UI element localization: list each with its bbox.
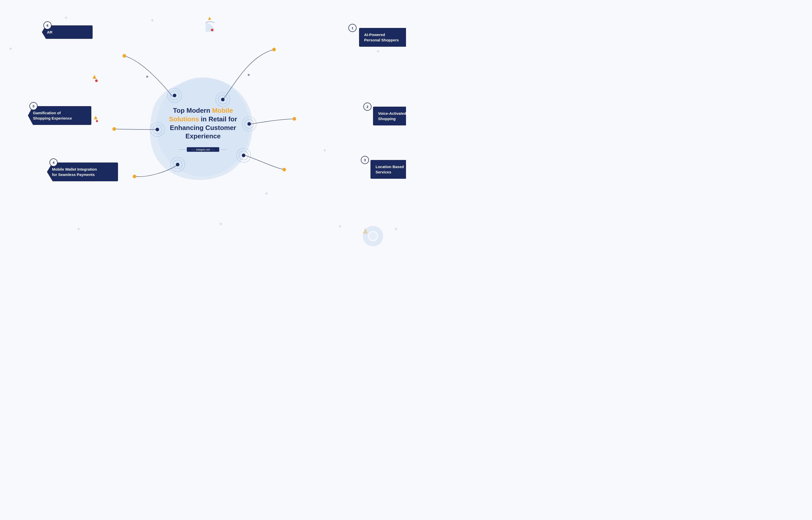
svg-point-40 — [218, 95, 227, 104]
svg-point-38 — [173, 94, 176, 97]
svg-point-48 — [170, 157, 185, 172]
node-label-5: Gamification ofShopping Experience — [33, 111, 72, 120]
node-card-3: Location BasedServices — [370, 160, 406, 179]
svg-point-37 — [170, 91, 179, 100]
node-label-2: Voice-ActivatedShopping — [378, 111, 406, 121]
svg-point-32 — [369, 232, 377, 240]
node-label-6: AR — [47, 30, 53, 34]
badge-5: 5 — [29, 102, 37, 110]
svg-point-57 — [282, 168, 286, 172]
node-card-5: Gamification ofShopping Experience — [28, 106, 91, 125]
svg-point-47 — [242, 154, 245, 157]
svg-marker-26 — [93, 75, 96, 79]
badge-4: 4 — [50, 158, 58, 166]
center-text: Top Modern MobileSolutions in Retail for… — [160, 106, 246, 152]
svg-point-54 — [122, 54, 126, 58]
title-orange-1: MobileSolutions — [169, 107, 233, 123]
badge-3: 3 — [361, 156, 369, 164]
main-title: Top Modern MobileSolutions in Retail for… — [160, 106, 246, 141]
badge-6: 6 — [44, 21, 52, 29]
svg-point-56 — [292, 117, 296, 121]
badge-2: 2 — [363, 103, 371, 111]
svg-point-61 — [248, 74, 250, 76]
node-card-2: Voice-ActivatedShopping — [373, 107, 406, 125]
svg-marker-30 — [363, 229, 368, 234]
node-card-1: AI-PoweredPersonal Shoppers — [359, 28, 406, 47]
svg-point-59 — [112, 127, 116, 131]
svg-point-58 — [133, 175, 136, 178]
brand-badge: integrio.net — [187, 147, 219, 152]
svg-point-49 — [173, 160, 182, 169]
svg-marker-27 — [94, 116, 97, 119]
svg-point-44 — [247, 122, 251, 126]
svg-point-39 — [216, 93, 230, 107]
node-label-4: Mobile Wallet Integrationfor Seamless Pa… — [52, 167, 97, 177]
svg-point-28 — [95, 79, 98, 82]
svg-point-50 — [176, 163, 179, 166]
badge-1: 1 — [348, 24, 357, 32]
canvas: Top Modern MobileSolutions in Retail for… — [0, 0, 406, 260]
svg-point-55 — [272, 48, 276, 51]
node-label-3: Location BasedServices — [375, 164, 404, 174]
svg-point-53 — [156, 128, 159, 131]
svg-point-36 — [167, 88, 182, 103]
svg-marker-33 — [208, 17, 211, 20]
node-label-1: AI-PoweredPersonal Shoppers — [364, 32, 399, 42]
svg-point-46 — [239, 151, 248, 160]
svg-point-60 — [146, 76, 148, 78]
svg-point-34 — [211, 29, 214, 31]
svg-point-29 — [96, 120, 98, 122]
node-card-4: Mobile Wallet Integrationfor Seamless Pa… — [47, 162, 118, 181]
svg-point-41 — [221, 98, 225, 101]
svg-point-31 — [365, 229, 381, 244]
